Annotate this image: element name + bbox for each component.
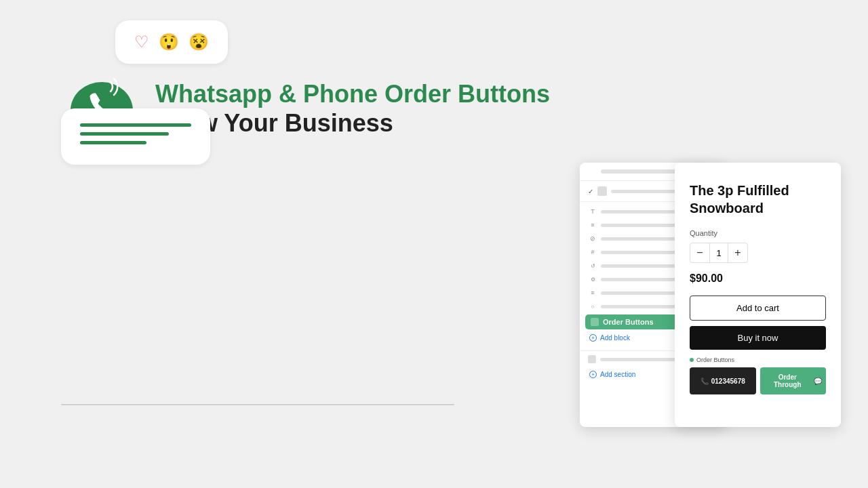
rotate-icon: ↺ [589, 262, 596, 269]
surprised-emoji-icon: 😵 [189, 33, 209, 52]
order-buttons-active-icon [591, 318, 599, 326]
speech-bubble-top: ♡ 😲 😵 [115, 20, 228, 64]
buy-now-button[interactable]: Buy it now [690, 326, 826, 350]
add-block-label: Add block [600, 334, 630, 342]
header-title-green: Whatsapp & Phone Order Buttons [155, 79, 550, 108]
phone-number: 012345678 [711, 378, 745, 385]
quantity-decrease-button[interactable]: − [690, 243, 709, 262]
product-panel: The 3p Fulfilled Snowboard Quantity − 1 … [675, 163, 841, 427]
wow-emoji-icon: 😲 [159, 33, 179, 52]
order-buttons-label: Order Buttons [603, 318, 654, 326]
add-block-icon: + [589, 334, 597, 342]
whatsapp-icon: 💬 [814, 378, 822, 385]
add-section-icon: + [589, 371, 597, 378]
phone-icon: 📞 [701, 378, 709, 385]
bubble-line-3 [80, 141, 146, 144]
whatsapp-text: Order Through [764, 373, 812, 388]
custom-order-buttons: 📞 012345678 Order Through 💬 [690, 367, 826, 394]
hash-icon: # [589, 249, 596, 256]
quantity-increase-button[interactable]: + [728, 243, 747, 262]
add-section-label: Add section [600, 371, 635, 378]
chevron-icon: ✓ [588, 188, 593, 195]
quantity-value: 1 [709, 243, 728, 262]
bubble-line-2 [80, 132, 169, 136]
bubble-line-1 [80, 123, 191, 127]
align2-icon: ≡ [589, 289, 596, 296]
header-title-black: Grow Your Business [155, 108, 550, 138]
heart-icon: ♡ [134, 33, 149, 52]
whatsapp-order-button[interactable]: Order Through 💬 [760, 367, 827, 394]
settings-icon: ⚙ [589, 276, 596, 283]
order-buttons-section-label: Order Buttons [690, 357, 826, 363]
text-icon: T [589, 208, 596, 215]
ground-line [61, 404, 454, 405]
footer-icon [588, 355, 596, 363]
speech-bubble-bottom [61, 108, 210, 165]
block-icon: ⊘ [589, 235, 596, 242]
circle-icon: ○ [589, 303, 596, 310]
align-icon: ≡ [589, 222, 596, 228]
add-to-cart-button[interactable]: Add to cart [690, 296, 826, 321]
order-buttons-text: Order Buttons [696, 357, 734, 363]
header-title-area: Whatsapp & Phone Order Buttons Grow Your… [155, 79, 550, 138]
product-price: $90.00 [690, 272, 826, 285]
nav-icon [597, 186, 607, 196]
quantity-control: − 1 + [690, 243, 748, 263]
phone-order-button[interactable]: 📞 012345678 [690, 367, 756, 394]
order-buttons-dot [690, 358, 694, 362]
quantity-label: Quantity [690, 229, 826, 237]
product-title: The 3p Fulfilled Snowboard [690, 182, 826, 217]
